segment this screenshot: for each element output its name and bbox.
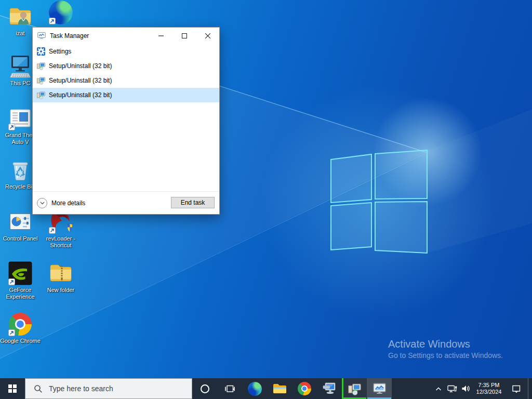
search-icon: [34, 384, 43, 393]
control-panel-icon: [8, 209, 33, 234]
minimize-button[interactable]: [149, 28, 172, 44]
taskbar-computer-app-button[interactable]: [317, 378, 342, 399]
cortana-icon: [201, 384, 209, 393]
tray-clock[interactable]: 7:35 PM 12/3/2024: [473, 382, 505, 395]
desktop-icon-label: revLoader - Shortcut: [41, 235, 81, 249]
process-label: Settings: [49, 48, 71, 55]
clock-time: 7:35 PM: [473, 382, 505, 389]
process-label: Setup/Uninstall (32 bit): [49, 62, 112, 70]
desktop-icon-geforce[interactable]: GeForce Experience: [0, 261, 41, 300]
chrome-icon: [8, 312, 33, 337]
progress-indicator: [342, 378, 343, 399]
desktop-icon-google-chrome[interactable]: Google Chrome: [0, 312, 41, 344]
installer-icon: [37, 91, 45, 99]
desktop-icon-label: izat: [16, 30, 24, 37]
network-icon: [447, 384, 457, 393]
taskbar-chrome-button[interactable]: [292, 378, 317, 399]
desktop: Activate Windows Go to Settings to activ…: [0, 0, 532, 399]
process-row-setup-1[interactable]: Setup/Uninstall (32 bit): [33, 59, 219, 73]
recycle-bin-icon: [8, 157, 33, 182]
shortcut-arrow-icon: [8, 124, 15, 130]
task-manager-icon: [37, 32, 46, 40]
process-row-setup-3-selected[interactable]: Setup/Uninstall (32 bit): [33, 88, 219, 102]
taskbar-edge-button[interactable]: [242, 378, 267, 399]
action-center-button[interactable]: [505, 378, 528, 399]
clock-date: 12/3/2024: [473, 389, 505, 395]
process-list: Settings Setup/Uninstall (32 bit): [33, 44, 219, 102]
desktop-icon-label: New folder: [47, 287, 75, 294]
search-placeholder: Type here to search: [49, 384, 113, 393]
desktop-icon-label: This PC: [10, 80, 30, 87]
computer-keyboard-icon: [323, 382, 337, 396]
more-details-label: More details: [51, 200, 85, 207]
window-footer: More details End task: [33, 191, 219, 214]
chevron-down-circle-icon: [37, 198, 47, 208]
geforce-icon: [8, 261, 33, 286]
installer-icon: [37, 62, 45, 70]
title-bar[interactable]: Task Manager: [33, 28, 219, 44]
maximize-button[interactable]: [172, 28, 196, 44]
process-row-settings[interactable]: Settings: [33, 44, 219, 59]
volume-icon: [461, 384, 470, 393]
shortcut-arrow-icon: [49, 18, 56, 24]
edge-icon: [248, 382, 262, 396]
desktop-icon-label: Google Chrome: [0, 338, 41, 344]
taskbar-task-manager-button-active[interactable]: [367, 378, 392, 399]
task-view-button[interactable]: [217, 378, 242, 399]
process-row-setup-2[interactable]: Setup/Uninstall (32 bit): [33, 73, 219, 88]
search-box[interactable]: Type here to search: [25, 378, 192, 399]
edge-logo-icon: [48, 0, 73, 25]
window-title: Task Manager: [50, 32, 89, 39]
close-button[interactable]: [196, 28, 219, 44]
action-center-icon: [512, 384, 521, 393]
end-task-button[interactable]: End task: [171, 197, 215, 208]
chrome-icon: [298, 382, 311, 395]
start-button[interactable]: [0, 378, 25, 399]
taskbar: Type here to search: [0, 378, 532, 399]
process-label: Setup/Uninstall (32 bit): [49, 77, 112, 84]
task-manager-icon: [373, 382, 386, 395]
cortana-button[interactable]: [192, 378, 217, 399]
system-tray: 7:35 PM 12/3/2024: [432, 378, 532, 399]
taskbar-file-explorer-button[interactable]: [267, 378, 292, 399]
tray-chevron-up-button[interactable]: [432, 378, 445, 399]
show-desktop-button[interactable]: [528, 378, 532, 399]
shortcut-arrow-icon: [8, 278, 15, 285]
desktop-icon-revloader[interactable]: revLoader - Shortcut: [41, 209, 81, 249]
window-body-empty: [33, 102, 219, 191]
desktop-icon-new-folder[interactable]: New folder: [41, 261, 81, 294]
chevron-up-icon: [435, 387, 442, 391]
shortcut-arrow-icon: [8, 329, 15, 336]
installer-icon: [348, 382, 361, 395]
installer-icon: [37, 76, 45, 85]
desktop-icon-label: Control Panel: [3, 235, 38, 242]
task-manager-window: Task Manager: [32, 27, 220, 215]
desktop-icon-edge[interactable]: [41, 0, 81, 26]
app-window-icon: [8, 106, 33, 131]
more-details-toggle[interactable]: More details: [33, 198, 85, 208]
desktop-icon-label: GeForce Experience: [0, 287, 41, 300]
taskbar-installer-button-running[interactable]: [342, 378, 367, 399]
task-view-icon: [225, 384, 235, 393]
zipped-folder-icon: [48, 261, 73, 286]
settings-gear-icon: [37, 47, 45, 56]
windows-logo-icon: [8, 384, 17, 393]
this-pc-icon: [8, 54, 33, 79]
file-explorer-icon: [273, 383, 286, 394]
user-folder-icon: [8, 4, 33, 29]
desktop-icon-label: Recycle Bin: [5, 183, 35, 190]
tray-volume-button[interactable]: [459, 378, 473, 399]
tray-network-button[interactable]: [445, 378, 459, 399]
shortcut-arrow-icon: [49, 227, 56, 234]
process-label: Setup/Uninstall (32 bit): [49, 91, 112, 99]
